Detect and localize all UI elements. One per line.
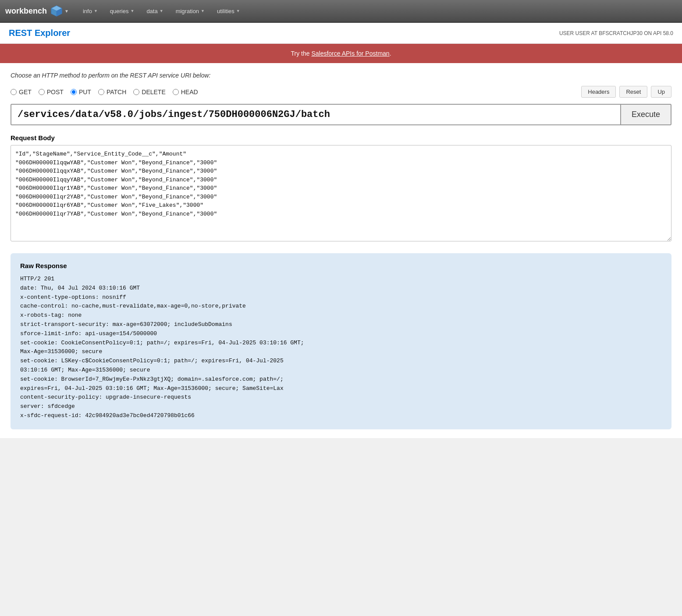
request-body-textarea[interactable] bbox=[11, 145, 671, 241]
method-get-radio[interactable] bbox=[11, 89, 17, 95]
method-get[interactable]: GET bbox=[11, 89, 32, 96]
app-name: workbench bbox=[5, 7, 47, 16]
instruction-text: Choose an HTTP method to perform on the … bbox=[11, 72, 671, 79]
topnav-item-utilities[interactable]: utilities ▼ bbox=[212, 5, 245, 17]
main-content: Choose an HTTP method to perform on the … bbox=[0, 63, 682, 438]
method-head-radio[interactable] bbox=[173, 89, 179, 95]
method-head-label: HEAD bbox=[181, 89, 198, 96]
method-get-label: GET bbox=[19, 89, 32, 96]
method-head[interactable]: HEAD bbox=[173, 89, 198, 96]
method-post-radio[interactable] bbox=[39, 89, 45, 95]
method-patch-radio[interactable] bbox=[98, 89, 104, 95]
method-put-label: PUT bbox=[79, 89, 91, 96]
up-button[interactable]: Up bbox=[651, 86, 671, 98]
topnav-item-queries[interactable]: queries ▼ bbox=[105, 5, 140, 17]
method-patch[interactable]: PATCH bbox=[98, 89, 126, 96]
method-delete-label: DELETE bbox=[142, 89, 165, 96]
topnav-info-arrow: ▼ bbox=[94, 9, 98, 13]
app-logo-arrow: ▼ bbox=[64, 9, 69, 14]
reset-button[interactable]: Reset bbox=[619, 86, 647, 98]
method-put[interactable]: PUT bbox=[71, 89, 91, 96]
method-post-label: POST bbox=[47, 89, 64, 96]
logo-cube-icon bbox=[50, 5, 63, 17]
raw-response-section: Raw Response HTTP/2 201 date: Thu, 04 Ju… bbox=[11, 253, 671, 429]
raw-response-content: HTTP/2 201 date: Thu, 04 Jul 2024 03:10:… bbox=[20, 275, 662, 421]
raw-response-title: Raw Response bbox=[20, 262, 662, 269]
promo-banner: Try the Salesforce APIs for Postman. bbox=[0, 44, 682, 63]
request-body-title: Request Body bbox=[11, 134, 671, 142]
topnav-utilities-arrow: ▼ bbox=[236, 9, 240, 13]
topnav: workbench ▼ info ▼ queries ▼ data ▼ migr… bbox=[0, 0, 682, 23]
method-patch-label: PATCH bbox=[107, 89, 126, 96]
topnav-queries-arrow: ▼ bbox=[130, 9, 134, 13]
topnav-item-data[interactable]: data ▼ bbox=[141, 5, 168, 17]
banner-link[interactable]: Salesforce APIs for Postman bbox=[311, 50, 389, 57]
topnav-menu: info ▼ queries ▼ data ▼ migration ▼ util… bbox=[78, 5, 245, 17]
user-info: USER USER AT BFSCRATCHJP30 ON API 58.0 bbox=[559, 30, 673, 36]
method-delete-radio[interactable] bbox=[133, 89, 139, 95]
topnav-migration-arrow: ▼ bbox=[201, 9, 205, 13]
topnav-item-info[interactable]: info ▼ bbox=[78, 5, 103, 17]
method-buttons: Headers Reset Up bbox=[581, 86, 671, 98]
uri-input[interactable] bbox=[11, 104, 620, 125]
banner-text-before: Try the bbox=[291, 50, 311, 57]
page-title: REST Explorer bbox=[9, 28, 70, 38]
execute-button[interactable]: Execute bbox=[620, 104, 671, 125]
method-delete[interactable]: DELETE bbox=[133, 89, 165, 96]
app-logo[interactable]: workbench ▼ bbox=[5, 5, 69, 17]
topnav-item-migration[interactable]: migration ▼ bbox=[170, 5, 210, 17]
uri-row: Execute bbox=[11, 104, 671, 125]
method-put-radio[interactable] bbox=[71, 89, 77, 95]
method-post[interactable]: POST bbox=[39, 89, 64, 96]
method-row: GET POST PUT PATCH DELETE HEAD Headers R… bbox=[11, 86, 671, 98]
banner-text-after: . bbox=[390, 50, 391, 57]
header-bar: REST Explorer USER USER AT BFSCRATCHJP30… bbox=[0, 23, 682, 44]
topnav-data-arrow: ▼ bbox=[160, 9, 163, 13]
headers-button[interactable]: Headers bbox=[581, 86, 616, 98]
